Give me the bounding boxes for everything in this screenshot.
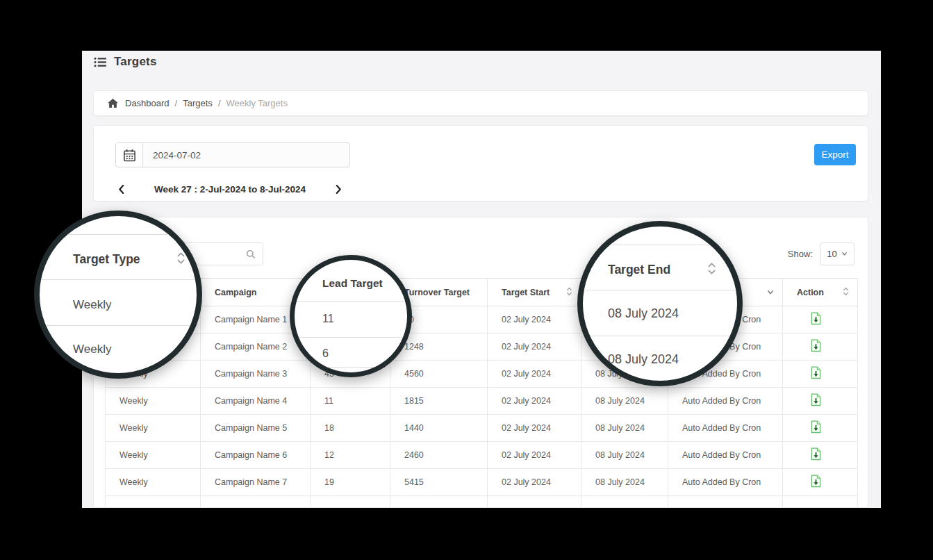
magnified-header: Lead Target <box>322 277 383 290</box>
cell-text: 08 July 2024 <box>595 477 645 487</box>
breadcrumb-item-targets[interactable]: Targets <box>183 98 213 108</box>
magnified-cell: Weekly <box>73 298 111 312</box>
table-cell: 02 July 2024 <box>488 388 581 415</box>
magnified-cell: 11 <box>322 313 334 325</box>
cell-text: 1815 <box>404 396 424 406</box>
page-header: Targets <box>94 55 157 69</box>
table-cell: 08 July 2024 <box>581 388 668 415</box>
table-cell: 11 <box>311 388 390 415</box>
cell-text: 02 July 2024 <box>502 342 551 352</box>
cell-text: Campaign Name 6 <box>215 450 287 460</box>
table-cell: 1440 <box>390 415 488 442</box>
cell-text: 02 July 2024 <box>502 369 551 379</box>
cell-text: 02 July 2024 <box>502 477 551 487</box>
breadcrumb-current: Weekly Targets <box>226 98 288 108</box>
table-cell: 02 July 2024 <box>488 306 581 333</box>
table-cell: 19 <box>311 469 390 496</box>
magnified-header: Target Type <box>73 252 140 267</box>
action-cell <box>783 469 858 496</box>
action-cell <box>783 361 858 388</box>
sort-icon <box>566 286 572 297</box>
download-report-button[interactable] <box>808 365 824 383</box>
breadcrumb-item-dashboard[interactable]: Dashboard <box>125 98 170 108</box>
sort-icon <box>176 251 185 268</box>
search-icon <box>246 249 256 259</box>
table-cell: Campaign Name 7 <box>201 469 311 496</box>
table-row: WeeklyCampaign Name 345456002 July 20240… <box>106 361 858 388</box>
table-cell <box>106 496 201 509</box>
filter-card: Week 27 : 2-Jul-2024 to 8-Jul-2024 Expor… <box>93 125 868 201</box>
cell-text: 19 <box>324 477 334 487</box>
table-cell: Auto Added By Cron <box>668 415 783 442</box>
table-cell: 02 July 2024 <box>488 442 581 469</box>
download-report-button[interactable] <box>808 392 824 410</box>
cell-text: 18 <box>324 423 334 433</box>
cell-text: Campaign Name 7 <box>215 477 287 487</box>
date-input[interactable] <box>143 142 350 167</box>
table-cell <box>488 496 581 509</box>
table-cell: 08 July 2024 <box>581 415 668 442</box>
table-cell: 12 <box>311 442 390 469</box>
download-report-button[interactable] <box>808 419 824 437</box>
next-week-button[interactable] <box>333 183 345 195</box>
chevron-left-icon <box>118 185 124 194</box>
cell-text: Auto Added By Cron <box>682 450 761 460</box>
magnified-cell: 08 July 2024 <box>608 352 679 367</box>
cell-text: 1248 <box>404 342 424 352</box>
calendar-button[interactable] <box>115 142 143 167</box>
table-cell: 08 July 2024 <box>581 442 668 469</box>
date-picker-group <box>115 142 350 167</box>
table-cell <box>311 496 390 509</box>
page-size-value: 10 <box>827 249 836 259</box>
table-cell <box>783 496 858 509</box>
cell-text: 02 July 2024 <box>502 450 551 460</box>
table-cell: Weekly <box>106 469 201 496</box>
table-row: WeeklyCampaign Name 612246002 July 20240… <box>106 442 858 469</box>
sort-icon <box>843 286 849 297</box>
cell-text: Campaign Name 1 <box>215 315 287 324</box>
table-cell: Auto Added By Cron <box>668 442 783 469</box>
cell-text: Campaign Name 3 <box>215 369 287 379</box>
column-header-action[interactable]: Action <box>783 279 858 306</box>
table-cell: 4560 <box>390 361 488 388</box>
cell-text: 2460 <box>404 450 424 460</box>
download-report-button[interactable] <box>808 338 824 356</box>
breadcrumb-separator: / <box>175 98 178 108</box>
cell-text: Weekly <box>119 396 148 406</box>
list-icon <box>94 57 107 67</box>
cell-text: Auto Added By Cron <box>682 423 761 433</box>
table-cell: 5415 <box>390 469 488 496</box>
column-header-target-start[interactable]: Target Start <box>488 279 581 306</box>
file-download-icon <box>811 447 821 461</box>
download-report-button[interactable] <box>808 446 824 464</box>
show-label: Show: <box>788 249 813 259</box>
magnifier-circle-target-end: Target End 08 July 2024 08 July 2024 <box>577 221 743 386</box>
magnifier-circle-target-type: Target Type Weekly Weekly <box>34 211 202 379</box>
download-report-button[interactable] <box>808 473 824 491</box>
magnified-cell: 6 <box>322 347 329 360</box>
page-title: Targets <box>114 55 157 69</box>
table-cell: Auto Added By Cron <box>668 388 783 415</box>
home-icon <box>108 99 118 108</box>
cell-text: Weekly <box>119 450 148 460</box>
file-download-icon <box>811 393 821 406</box>
cell-text: 1440 <box>404 423 424 433</box>
page-size-control: Show: 10 <box>788 242 854 265</box>
cell-text: 08 July 2024 <box>595 423 645 433</box>
magnified-cell: 08 July 2024 <box>608 306 679 321</box>
chevron-right-icon <box>336 185 342 194</box>
calendar-icon <box>123 149 136 162</box>
file-download-icon <box>811 339 821 352</box>
action-cell <box>783 442 858 469</box>
table-cell <box>668 496 783 509</box>
previous-week-button[interactable] <box>115 183 127 195</box>
table-cell: 18 <box>311 415 390 442</box>
export-button[interactable]: Export <box>814 144 856 165</box>
cell-text: 5415 <box>404 477 424 487</box>
page-size-select[interactable]: 10 <box>820 242 854 265</box>
download-report-button[interactable] <box>808 311 824 329</box>
table-cell: Auto Added By Cron <box>668 469 783 496</box>
table-cell: 02 July 2024 <box>488 469 581 496</box>
table-cell: 08 July 2024 <box>581 469 668 496</box>
cell-text: 02 July 2024 <box>502 315 551 324</box>
